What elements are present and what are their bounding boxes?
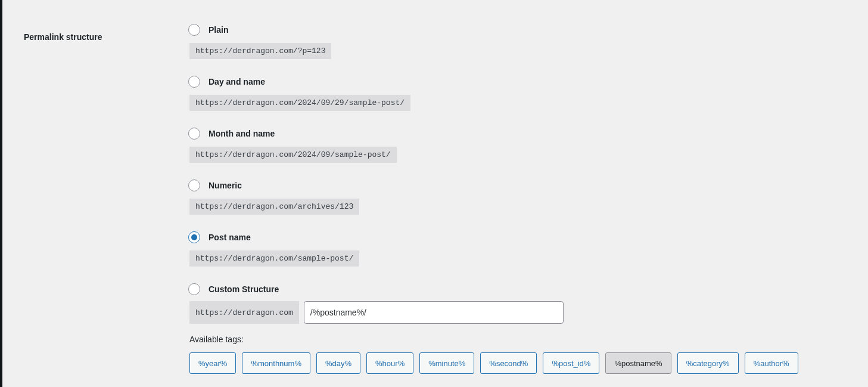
available-tags-row: %year% %monthnum% %day% %hour% %minute% … <box>189 352 832 374</box>
option-custom: Custom Structure https://derdragon.com A… <box>188 283 832 374</box>
tag-monthnum[interactable]: %monthnum% <box>242 352 310 374</box>
option-numeric: Numeric https://derdragon.com/archives/1… <box>188 179 832 215</box>
tag-minute[interactable]: %minute% <box>419 352 474 374</box>
label-month-name[interactable]: Month and name <box>209 129 275 138</box>
option-plain: Plain https://derdragon.com/?p=123 <box>188 24 832 59</box>
tag-postname[interactable]: %postname% <box>605 352 671 374</box>
option-post-name: Post name https://derdragon.com/sample-p… <box>188 231 832 267</box>
tag-author[interactable]: %author% <box>745 352 798 374</box>
radio-month-name[interactable] <box>188 128 200 140</box>
option-month-name: Month and name https://derdragon.com/202… <box>188 128 832 163</box>
radio-post-name[interactable] <box>188 231 200 243</box>
section-label: Permalink structure <box>24 32 102 42</box>
permalink-settings-panel: Permalink structure Plain https://derdra… <box>0 0 868 387</box>
option-day-name: Day and name https://derdragon.com/2024/… <box>188 76 832 111</box>
form-row: Permalink structure Plain https://derdra… <box>24 24 856 387</box>
example-plain: https://derdragon.com/?p=123 <box>189 43 331 59</box>
example-month-name: https://derdragon.com/2024/09/sample-pos… <box>189 147 397 163</box>
example-day-name: https://derdragon.com/2024/09/29/sample-… <box>189 95 410 111</box>
radio-custom[interactable] <box>188 283 200 295</box>
label-column: Permalink structure <box>24 24 188 42</box>
tag-second[interactable]: %second% <box>480 352 537 374</box>
tag-day[interactable]: %day% <box>316 352 360 374</box>
label-custom[interactable]: Custom Structure <box>209 284 279 294</box>
radio-day-name[interactable] <box>188 76 200 88</box>
label-plain[interactable]: Plain <box>209 25 228 35</box>
radio-plain[interactable] <box>188 24 200 36</box>
example-numeric: https://derdragon.com/archives/123 <box>189 199 359 215</box>
available-tags-label: Available tags: <box>189 335 832 344</box>
label-post-name[interactable]: Post name <box>209 233 251 242</box>
label-day-name[interactable]: Day and name <box>209 77 265 86</box>
tag-year[interactable]: %year% <box>189 352 236 374</box>
radio-numeric[interactable] <box>188 179 200 191</box>
tag-category[interactable]: %category% <box>677 352 739 374</box>
tag-hour[interactable]: %hour% <box>366 352 413 374</box>
label-numeric[interactable]: Numeric <box>209 181 242 190</box>
example-post-name: https://derdragon.com/sample-post/ <box>189 250 359 267</box>
field-column: Plain https://derdragon.com/?p=123 Day a… <box>188 24 832 387</box>
custom-url-prefix: https://derdragon.com <box>189 301 299 324</box>
custom-structure-input[interactable] <box>304 301 564 324</box>
tag-post-id[interactable]: %post_id% <box>543 352 599 374</box>
